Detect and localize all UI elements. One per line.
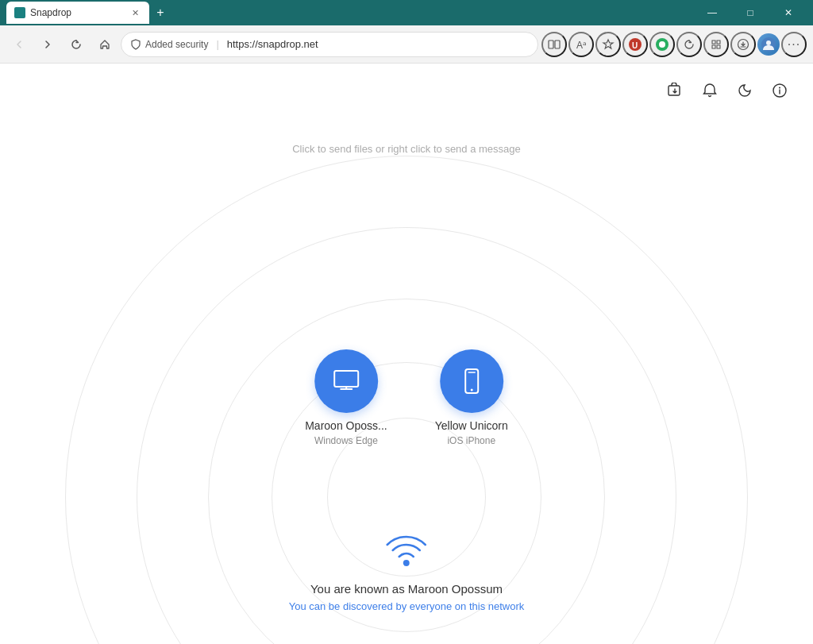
- notification-button[interactable]: [695, 76, 724, 105]
- downloads-button[interactable]: [730, 32, 756, 57]
- dark-mode-button[interactable]: [730, 76, 759, 105]
- page-top-bar: [0, 64, 813, 105]
- svg-point-16: [403, 560, 410, 566]
- favorites-button[interactable]: [595, 32, 621, 57]
- svg-rect-13: [334, 371, 358, 387]
- url-display: https://snapdrop.net: [227, 38, 318, 50]
- title-bar: Snapdrop ✕ + — □ ✕: [0, 0, 813, 25]
- svg-point-12: [779, 87, 780, 89]
- more-options-button[interactable]: ···: [781, 32, 807, 57]
- profile-avatar[interactable]: [757, 33, 780, 56]
- share-page-button[interactable]: [661, 76, 689, 105]
- you-are-prefix: You are known as: [310, 582, 408, 596]
- tab-bar: Snapdrop ✕ +: [6, 2, 694, 24]
- minimize-button[interactable]: —: [694, 0, 730, 25]
- tab-close-button[interactable]: ✕: [129, 6, 141, 19]
- discover-link[interactable]: You can be discovered by everyone on thi…: [289, 600, 525, 612]
- tab-title: Snapdrop: [30, 7, 71, 18]
- page-content: Click to send files or right click to se…: [0, 64, 813, 644]
- svg-text:Aᵃ: Aᵃ: [576, 40, 587, 51]
- you-are-name: Maroon Opossum: [408, 582, 503, 596]
- device-maroon-opossum[interactable]: Maroon Oposs... Windows Edge: [305, 349, 387, 446]
- green-icon-button[interactable]: [649, 32, 675, 57]
- device-yellow-unicorn-type: iOS iPhone: [447, 435, 495, 446]
- extensions-button[interactable]: U: [622, 32, 648, 57]
- wifi-icon: [385, 533, 428, 574]
- device-yellow-unicorn-icon[interactable]: [440, 349, 503, 413]
- forward-button[interactable]: [35, 32, 60, 57]
- security-shield-icon: [131, 39, 141, 50]
- svg-rect-1: [555, 40, 560, 48]
- security-label: Added security: [145, 39, 208, 50]
- active-tab[interactable]: Snapdrop ✕: [6, 2, 149, 24]
- you-are-known-text: You are known as Maroon Opossum: [310, 582, 503, 596]
- maximize-button[interactable]: □: [732, 0, 769, 25]
- read-aloud-button[interactable]: Aᵃ: [568, 32, 594, 57]
- nav-bar: Added security | https://snapdrop.net Aᵃ…: [0, 25, 813, 64]
- window-controls: — □ ✕: [694, 0, 807, 25]
- collections-button[interactable]: [703, 32, 729, 57]
- back-button[interactable]: [6, 32, 32, 57]
- home-button[interactable]: [92, 32, 118, 57]
- svg-point-9: [766, 40, 771, 45]
- devices-container: Maroon Oposs... Windows Edge Yellow Unic…: [305, 349, 508, 446]
- refresh-button[interactable]: [64, 32, 89, 57]
- device-maroon-opossum-name: Maroon Oposs...: [305, 419, 387, 432]
- url-separator: |: [216, 38, 218, 50]
- svg-point-6: [659, 41, 665, 48]
- svg-rect-0: [549, 40, 553, 48]
- device-yellow-unicorn-name: Yellow Unicorn: [435, 419, 508, 432]
- address-bar[interactable]: Added security | https://snapdrop.net: [121, 32, 538, 57]
- tab-favicon: [14, 7, 25, 18]
- device-maroon-opossum-type: Windows Edge: [314, 435, 378, 446]
- device-maroon-opossum-icon[interactable]: [314, 349, 378, 413]
- svg-point-15: [470, 389, 472, 391]
- info-button[interactable]: [765, 76, 794, 105]
- nav-right-icons: Aᵃ U: [541, 32, 807, 57]
- device-yellow-unicorn[interactable]: Yellow Unicorn iOS iPhone: [435, 349, 508, 446]
- split-screen-button[interactable]: [541, 32, 567, 57]
- bottom-section: You are known as Maroon Opossum You can …: [289, 533, 525, 612]
- svg-text:U: U: [632, 41, 638, 50]
- sync-button[interactable]: [676, 32, 702, 57]
- new-tab-button[interactable]: +: [149, 2, 171, 24]
- close-button[interactable]: ✕: [770, 0, 807, 25]
- svg-rect-10: [669, 86, 680, 95]
